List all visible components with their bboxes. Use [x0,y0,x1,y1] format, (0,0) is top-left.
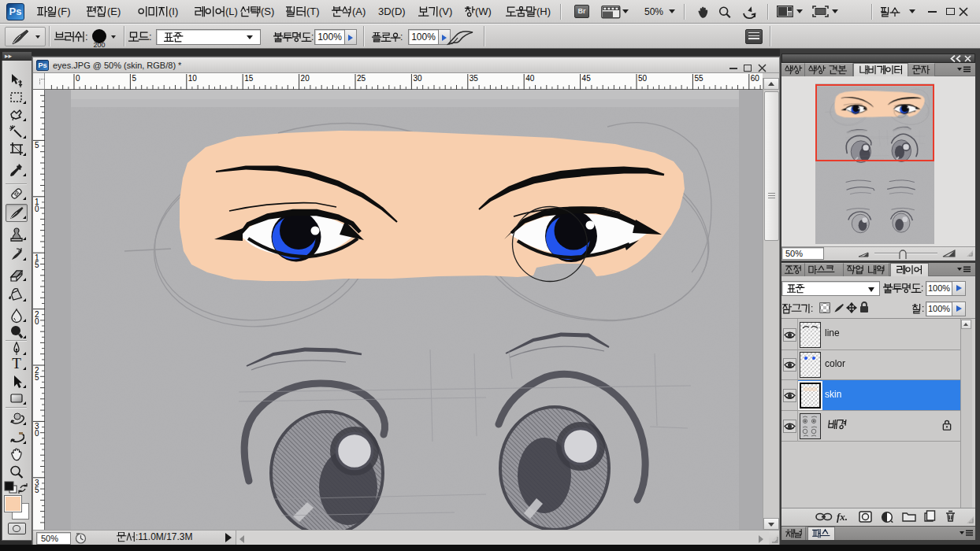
svg-text::: : [922,304,924,314]
svg-text:20: 20 [301,74,310,83]
svg-text::11.0M/17.3M: :11.0M/17.3M [135,532,192,542]
svg-text::: : [921,283,923,294]
svg-text:10: 10 [188,74,198,83]
svg-text::: : [85,31,88,43]
svg-text:60: 60 [751,74,760,83]
svg-text:5: 5 [35,486,39,494]
svg-text:(T): (T) [306,6,320,17]
svg-text::: : [400,32,403,43]
svg-text::: : [149,31,152,43]
svg-text:(I): (I) [169,6,178,17]
svg-text:(L): (L) [225,6,238,17]
svg-text:15: 15 [244,74,254,83]
svg-text:0: 0 [35,205,39,213]
svg-text:(V): (V) [439,6,452,17]
svg-text:50: 50 [638,74,648,83]
svg-text:(A): (A) [352,6,366,17]
svg-text:(E): (E) [107,6,121,17]
svg-text:5: 5 [35,373,39,382]
svg-text:45: 45 [582,74,592,83]
svg-text:3D(D): 3D(D) [378,6,406,17]
svg-text::: : [811,304,813,314]
svg-text:35: 35 [470,74,479,83]
svg-text:25: 25 [357,74,366,83]
svg-text:30: 30 [413,74,422,83]
svg-text:5: 5 [35,261,39,269]
svg-text:0: 0 [35,429,39,438]
svg-text:(W): (W) [475,6,492,17]
svg-text:(H): (H) [536,6,551,17]
svg-text:40: 40 [525,74,535,83]
svg-text::: : [311,32,314,43]
svg-text:0: 0 [35,317,39,326]
svg-text:5: 5 [35,141,39,150]
svg-text:(S): (S) [261,6,274,17]
svg-text:0: 0 [76,74,80,83]
svg-text:(F): (F) [58,6,71,17]
svg-text:5: 5 [132,74,136,83]
svg-text:55: 55 [694,74,703,83]
